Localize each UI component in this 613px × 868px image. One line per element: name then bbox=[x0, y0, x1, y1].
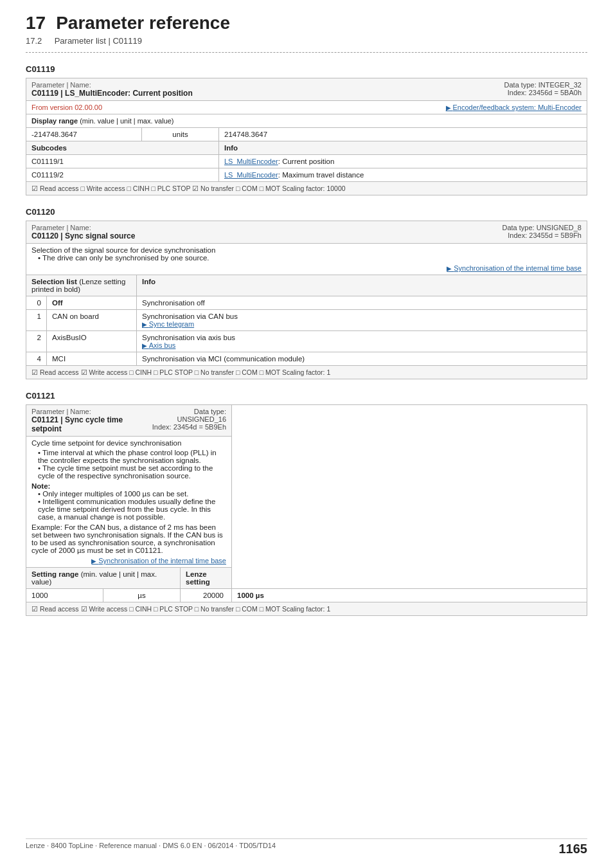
index-c01120: Index: 23455d = 5B9Fh bbox=[502, 231, 582, 239]
selection-row-1: 1 CAN on board Synchronisation via CAN b… bbox=[26, 310, 587, 331]
param-name-c01121: C01121 | Sync cycle time setpoint bbox=[31, 415, 148, 433]
range-max-c01119: 214748.3647 bbox=[219, 128, 587, 141]
param-label-c01121: Parameter | Name: bbox=[31, 408, 148, 415]
sel-val-4: MCI bbox=[47, 352, 137, 366]
param-table-c01119: Parameter | Name: C01119 | LS_MultiEncod… bbox=[26, 78, 587, 195]
param-label-c01119: Parameter | Name: bbox=[31, 81, 193, 89]
info-label-c01120: Info bbox=[137, 275, 587, 296]
selection-row-4: 4 MCI Synchronisation via MCI (communica… bbox=[26, 352, 587, 366]
encoder-link-c01119[interactable]: Encoder/feedback system: Multi-Encoder bbox=[446, 104, 582, 111]
range-unit-c01119: units bbox=[142, 128, 219, 141]
sel-info-4: Synchronisation via MCI (communication m… bbox=[137, 352, 587, 366]
selection-label-c01120: Selection list (Lenze setting printed in… bbox=[26, 275, 137, 296]
subcode-c01119-1: C01119/1 bbox=[26, 155, 219, 168]
setting-range-label-c01121: Setting range (min. value | unit | max. … bbox=[26, 568, 181, 589]
param-table-c01120: Parameter | Name: C01120 | Sync signal s… bbox=[26, 221, 587, 379]
subtitle: Parameter list | C01119 bbox=[55, 36, 142, 46]
sel-info-1: Synchronisation via CAN bus Sync telegra… bbox=[137, 310, 587, 331]
chapter-number: 17 bbox=[26, 13, 46, 33]
page-header: 17 Parameter reference 17.2 Parameter li… bbox=[26, 13, 587, 46]
subcode-row-1: C01119/1 LS_MultiEncoder: Current positi… bbox=[26, 155, 587, 168]
footer-c01119: ☑ Read access □ Write access □ CINH □ PL… bbox=[26, 182, 587, 195]
sel-info-2: Synchronisation via axis bus Axis bus bbox=[137, 331, 587, 352]
example-c01121: Example: For the CAN bus, a distance of … bbox=[31, 523, 226, 554]
note-bullet-2-c01121: • Intelligent communication modules usua… bbox=[31, 498, 226, 521]
sel-num-1: 1 bbox=[26, 310, 47, 331]
subcode-info-c01119-1: LS_MultiEncoder: Current position bbox=[219, 155, 587, 168]
sync-link-c01120[interactable]: Synchronisation of the internal time bas… bbox=[447, 264, 582, 272]
sel-num-4: 4 bbox=[26, 352, 47, 366]
param-name-c01120: C01120 | Sync signal source bbox=[31, 231, 135, 240]
sel-val-0: Off bbox=[47, 296, 137, 310]
param-name-c01119: C01119 | LS_MultiEncoder: Current positi… bbox=[31, 89, 193, 98]
range-min-c01121: 1000 bbox=[26, 589, 103, 602]
index-c01121: Index: 23454d = 5B9Eh bbox=[148, 423, 226, 431]
axis-bus-link[interactable]: Axis bus bbox=[142, 341, 175, 349]
page-title: Parameter reference bbox=[56, 13, 230, 33]
param-anchor-c01120: C01120 bbox=[26, 207, 587, 217]
subsection-number: 17.2 bbox=[26, 36, 42, 46]
footer-c01121: ☑ Read access ☑ Write access □ CINH □ PL… bbox=[26, 602, 587, 616]
subcode-row-2: C01119/2 LS_MultiEncoder: Maximum travel… bbox=[26, 168, 587, 182]
page-number: 1165 bbox=[559, 842, 588, 856]
from-version-c01119: From version 02.00.00 bbox=[31, 104, 102, 111]
subcode-c01119-2: C01119/2 bbox=[26, 168, 219, 182]
subcode-info-c01119-2: LS_MultiEncoder: Maximum travel distance bbox=[219, 168, 587, 182]
subcodes-label-c01119: Subcodes bbox=[26, 141, 219, 155]
data-type-c01121: Data type: UNSIGNED_16 bbox=[148, 408, 226, 423]
range-max-c01121: 20000 bbox=[181, 589, 232, 602]
info-label-c01119: Info bbox=[219, 141, 587, 155]
index-c01119: Index: 23456d = 5BA0h bbox=[504, 89, 582, 96]
desc-line-1-c01120: Selection of the signal source for devic… bbox=[31, 246, 582, 254]
data-type-c01120: Data type: UNSIGNED_8 bbox=[502, 224, 582, 231]
section-divider bbox=[26, 52, 587, 53]
sel-info-0: Synchronisation off bbox=[137, 296, 587, 310]
desc-heading-c01121: Cycle time setpoint for device synchroni… bbox=[31, 439, 226, 447]
param-anchor-c01119: C01119 bbox=[26, 64, 587, 74]
footer-left: Lenze · 8400 TopLine · Reference manual … bbox=[26, 842, 276, 856]
selection-row-2: 2 AxisBusIO Synchronisation via axis bus… bbox=[26, 331, 587, 352]
param-table-c01121: Parameter | Name: C01121 | Sync cycle ti… bbox=[26, 404, 587, 616]
param-anchor-c01121: C01121 bbox=[26, 391, 587, 401]
sync-telegram-link[interactable]: Sync telegram bbox=[142, 320, 194, 328]
data-type-c01119: Data type: INTEGER_32 bbox=[504, 81, 582, 89]
sel-val-2: AxisBusIO bbox=[47, 331, 137, 352]
note-bullet-1-c01121: • Only integer multiples of 1000 µs can … bbox=[31, 490, 226, 498]
sel-num-0: 0 bbox=[26, 296, 47, 310]
desc-line-2-c01120: • The drive can only be synchronised by … bbox=[31, 254, 582, 262]
selection-row-0: 0 Off Synchronisation off bbox=[26, 296, 587, 310]
desc-bullet-2-c01121: • The cycle time setpoint must be set ac… bbox=[31, 464, 226, 480]
footer-c01120: ☑ Read access ☑ Write access □ CINH □ PL… bbox=[26, 366, 587, 379]
lenze-value-c01121: 1000 µs bbox=[232, 589, 587, 602]
page-footer: Lenze · 8400 TopLine · Reference manual … bbox=[26, 838, 587, 856]
range-unit-c01121: µs bbox=[103, 589, 181, 602]
sync-link-c01121[interactable]: Synchronisation of the internal time bas… bbox=[91, 557, 226, 565]
desc-bullet-1-c01121: • Time interval at which the phase contr… bbox=[31, 449, 226, 464]
sel-num-2: 2 bbox=[26, 331, 47, 352]
lenze-setting-label-c01121: Lenze setting bbox=[181, 568, 232, 589]
range-min-c01119: -214748.3647 bbox=[26, 128, 142, 141]
display-range-label-c01119: Display range (min. value | unit | max. … bbox=[31, 117, 174, 125]
note-label-c01121: Note: bbox=[31, 482, 226, 490]
sel-val-1: CAN on board bbox=[47, 310, 137, 331]
param-label-c01120: Parameter | Name: bbox=[31, 224, 135, 231]
